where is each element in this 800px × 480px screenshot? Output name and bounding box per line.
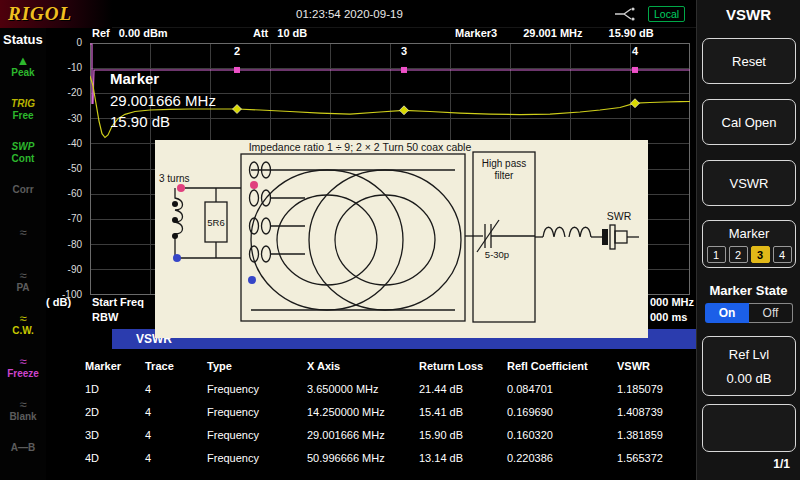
table-cell: 50.996666 MHz [302,452,414,464]
table-cell: 3D [80,429,140,441]
schematic-title: Impedance ratio 1 ÷ 9; 2 × 2 Turn 50 coa… [249,141,472,153]
marker-info-amp: 15.90 dB [110,113,216,130]
table-header-row: MarkerTraceTypeX AxisReturn LossRefl Coe… [80,355,692,377]
box-hot-dot [250,181,258,189]
stop-freq-fragment: 000 MHz [650,296,694,308]
top-bar: RIGOL 01:23:54 2020-09-19 Local [0,0,696,28]
y-axis-tick: 0 [44,37,82,48]
table-row: 1D4Frequency3.650000 MHz21.44 dB0.084701… [80,377,692,400]
status-label: Freeze [7,368,39,380]
table-header-cell: Refl Coefficient [502,360,612,372]
y-axis-tick: -60 [44,188,82,199]
analyzer-screen: RIGOL 01:23:54 2020-09-19 Local Status ▲… [0,0,800,480]
table-header-cell: X Axis [302,360,414,372]
ref-lvl-label: Ref Lvl [729,347,769,362]
status-label: PA [16,282,29,294]
table-cell: Frequency [202,406,302,418]
status-label: C.W. [12,325,34,337]
freeze-icon: ≈ [19,356,26,368]
table-cell: 1.185079 [612,383,690,395]
marker-state-on[interactable]: On [705,303,749,323]
marker-state-off[interactable]: Off [749,303,793,323]
att-value: 10 dB [277,27,307,39]
pa-icon: ≈ [19,270,26,282]
ref-label: Ref [92,27,110,39]
vswr-button[interactable]: VSWR [702,160,796,206]
blank-icon: ≈ [19,399,26,411]
y-axis: 0-10-20-30-40-50-60-70-80-90-100 [44,43,86,303]
vswr-button-label: VSWR [730,176,769,191]
marker-option-3[interactable]: 3 [751,246,770,263]
trace-markers: 234 [233,45,640,115]
status-item-pa: ≈PA [0,270,46,294]
meas-trace-marker [233,105,242,114]
datetime-display: 01:23:54 2020-09-19 [296,8,403,20]
filter-label-1: High pass [482,158,526,169]
table-cell: 15.90 dB [414,429,502,441]
reset-button[interactable]: Reset [702,38,796,84]
sweep-time-fragment: 000 ms [650,311,687,323]
waveform-icon: ≈ [19,227,26,239]
marker-button-label: Marker [729,226,769,241]
marker-option-4[interactable]: 4 [773,246,792,263]
cw-icon: ≈ [19,313,26,325]
table-cell: 0.160320 [502,429,612,441]
marker-option-1[interactable]: 1 [707,246,726,263]
table-row: 2D4Frequency14.250000 MHz15.41 dB0.16969… [80,400,692,423]
marker-number-options: 1 2 3 4 [707,246,792,263]
cal-open-button[interactable]: Cal Open [702,99,796,145]
y-axis-tick: -40 [44,138,82,149]
ref-lvl-button[interactable]: Ref Lvl 0.00 dB [702,336,796,396]
vswr-results-table: MarkerTraceTypeX AxisReturn LossRefl Coe… [80,355,692,469]
cal-open-button-label: Cal Open [722,115,777,130]
status-item-freeze: ≈Freeze [0,356,46,380]
empty-button[interactable] [702,404,796,452]
status-item-corr: Corr [0,184,46,196]
table-cell: 1D [80,383,140,395]
table-cell: 13.14 dB [414,452,502,464]
status-label: TRIG [11,98,35,110]
marker-option-2[interactable]: 2 [729,246,748,263]
page-indicator: 1/1 [773,457,790,471]
connector-pin [602,229,608,245]
marker-button[interactable]: Marker 1 2 3 4 [702,220,796,268]
table-header-cell: Marker [80,360,140,372]
y-axis-tick: -20 [44,87,82,98]
marker-info-title: Marker [110,70,216,87]
marker-readout-label: Marker3 [455,27,497,39]
table-cell: 3.650000 MHz [302,383,414,395]
table-header-cell: VSWR [612,360,690,372]
rigol-logo-text: RIGOL [8,3,72,25]
ref-trace-marker [234,67,240,73]
local-badge: Local [648,6,685,22]
status-label: Peak [11,67,34,79]
marker-info-freq: 29.001666 MHz [110,92,216,109]
table-cell: 0.220386 [502,452,612,464]
y-axis-tick: -50 [44,163,82,174]
status-item-trig-free: TRIGFree [0,98,46,122]
marker-state-toggle: On Off [705,303,793,323]
table-cell: Frequency [202,429,302,441]
turns-label: 3 turns [159,173,190,184]
start-freq-label: Start Freq [92,296,144,308]
resistor-label: 5R6 [207,217,224,228]
swr-output-label: SWR [607,210,632,222]
table-cell: 1.381859 [612,429,690,441]
rigol-logo: RIGOL [0,0,112,28]
status-item-a-b: A—B [0,442,46,454]
table-row: 3D4Frequency29.001666 MHz15.90 dB0.16032… [80,423,692,446]
table-cell: 4 [140,452,202,464]
menu-title: VSWR [697,6,800,23]
peak-icon: ▲ [17,55,30,67]
y-axis-tick: -30 [44,113,82,124]
remote-arrow-icon [614,7,636,25]
input-hot-dot [177,184,185,192]
box-cold-dot [248,276,256,284]
table-cell: 0.084701 [502,383,612,395]
table-cell: 4 [140,406,202,418]
y-axis-tick: -90 [44,264,82,275]
table-cell: 14.250000 MHz [302,406,414,418]
ref-trace-marker [401,67,407,73]
status-panel-title: Status [3,32,43,47]
ref-level-readout: Ref 0.00 dBm [92,27,168,39]
